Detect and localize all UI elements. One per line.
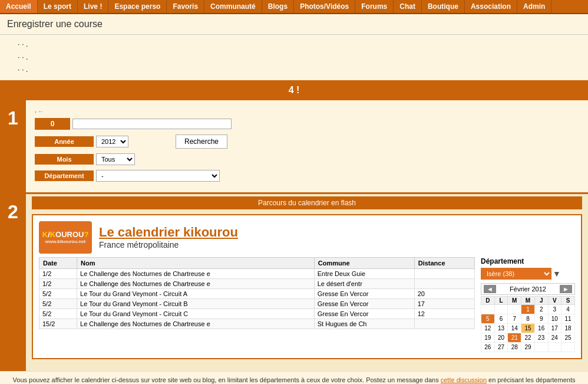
cal-day-cell[interactable]: 5 — [481, 314, 495, 323]
nav-photos-videos[interactable]: Photos/Vidéos — [294, 0, 355, 13]
cal-day-cell[interactable]: 10 — [548, 314, 561, 323]
cal-week-row: 19202122232425 — [481, 333, 575, 342]
step1-section: 1 , .. 0 Année 2012 2011 2013 Recherche … — [0, 100, 588, 192]
cal-day-cell[interactable]: 1 — [521, 304, 535, 314]
dept-dropdown-icon[interactable]: ▼ — [553, 269, 561, 278]
flash-banner: Parcours du calendrier en flash — [32, 196, 582, 209]
cell-commune: Gresse En Vercor — [314, 308, 414, 319]
cal-day-cell[interactable]: 11 — [561, 314, 575, 323]
annee-select[interactable]: 2012 2011 2013 — [96, 136, 128, 147]
cal-day-cell[interactable]: 8 — [521, 314, 535, 323]
breadcrumb-item: · . — [12, 51, 576, 64]
dept-select-main[interactable]: - Isère (38) — [96, 170, 220, 182]
cell-date: 1/2 — [39, 268, 77, 278]
cal-day-cell[interactable]: 6 — [494, 314, 508, 323]
annee-label: Année — [35, 136, 94, 147]
cal-day-cell — [481, 304, 495, 314]
cal-week-row: 12131415161718 — [481, 323, 575, 333]
race-table-body: 1/2Le Challenge des Nocturnes de Chartre… — [39, 268, 475, 329]
col-distance: Distance — [414, 257, 474, 268]
mini-calendar: ◄ Février 2012 ► DLMMJVS 123456789101112… — [481, 283, 575, 352]
cal-day-cell — [548, 342, 561, 352]
search-text-input[interactable] — [72, 119, 232, 129]
cal-day-cell[interactable]: 22 — [521, 333, 535, 342]
footer-link[interactable]: cette discussion — [441, 376, 487, 383]
cal-month-year: Février 2012 — [510, 285, 546, 293]
cal-week-row: 26272829 — [481, 342, 575, 352]
cell-distance: 12 — [414, 308, 474, 319]
cal-day-cell — [561, 342, 575, 352]
cal-day-cell[interactable]: 23 — [534, 333, 548, 342]
cal-day-cell[interactable]: 9 — [534, 314, 548, 323]
nav-admin[interactable]: Admin — [517, 0, 551, 13]
cell-nom: Le Challenge des Nocturnes de Chartreuse… — [77, 268, 315, 278]
cal-day-cell[interactable]: 2 — [534, 304, 548, 314]
cal-day-cell[interactable]: 18 — [561, 323, 575, 333]
cal-day-cell[interactable]: 26 — [481, 342, 495, 352]
cell-distance — [414, 278, 474, 288]
dept-select-row: Isère (38) ▼ — [481, 268, 575, 280]
cal-day-cell[interactable]: 19 — [481, 333, 495, 342]
mois-select[interactable]: Tous Janvier Février Mars — [96, 153, 135, 165]
cell-nom: Le Tour du Grand Veymont - Circuit C — [77, 308, 315, 319]
cell-nom: Le Tour du Grand Veymont - Circuit B — [77, 298, 315, 308]
cal-day-cell[interactable]: 15 — [521, 323, 535, 333]
nav-communaute[interactable]: Communauté — [204, 0, 262, 13]
cal-day-cell[interactable]: 29 — [521, 342, 535, 352]
cal-day-cell — [494, 304, 508, 314]
dept-label: Département — [35, 170, 94, 181]
search-button[interactable]: Recherche — [176, 134, 227, 149]
cal-day-cell[interactable]: 3 — [548, 304, 561, 314]
cal-day-cell[interactable]: 14 — [508, 323, 521, 333]
cell-distance — [414, 319, 474, 329]
table-dept-wrapper: Date Nom Commune Distance 1/2Le Challeng… — [39, 257, 575, 352]
nav-le-sport[interactable]: Le sport — [38, 0, 78, 13]
breadcrumb-item: · . — [12, 64, 576, 77]
race-table-wrapper: Date Nom Commune Distance 1/2Le Challeng… — [39, 257, 475, 352]
cal-day-cell[interactable]: 24 — [548, 333, 561, 342]
cal-day-cell[interactable]: 16 — [534, 323, 548, 333]
kikourou-logo: KiKOUROU? www.kikourou.net — [39, 221, 92, 254]
cal-prev-button[interactable]: ◄ — [484, 285, 496, 293]
nav-blogs[interactable]: Blogs — [262, 0, 294, 13]
cal-day-cell[interactable]: 4 — [561, 304, 575, 314]
dept-widget-select[interactable]: Isère (38) — [481, 268, 551, 280]
cell-date: 1/2 — [39, 278, 77, 288]
nav-live[interactable]: Live ! — [78, 0, 108, 13]
cal-body: 1234567891011121314151617181920212223242… — [481, 304, 575, 352]
cal-day-cell[interactable]: 12 — [481, 323, 495, 333]
nav-chat[interactable]: Chat — [394, 0, 422, 13]
step2-section: 2 Parcours du calendrier en flash KiKOUR… — [0, 194, 588, 371]
kikourou-title-area: Le calendrier kikourou France métropolit… — [99, 225, 575, 250]
cell-nom: Le Challenge des Nocturnes de Chartreuse… — [77, 278, 315, 288]
cal-day-cell[interactable]: 27 — [494, 342, 508, 352]
nav-favoris[interactable]: Favoris — [167, 0, 204, 13]
col-commune: Commune — [314, 257, 414, 268]
cal-day-cell[interactable]: 25 — [561, 333, 575, 342]
step2-indicator: 2 — [0, 194, 26, 371]
kikourou-box: KiKOUROU? www.kikourou.net Le calendrier… — [32, 214, 582, 359]
cal-week-row: 1234 — [481, 304, 575, 314]
calendar-section: Parcours du calendrier en flash KiKOUROU… — [26, 194, 588, 371]
mini-cal-header: ◄ Février 2012 ► — [481, 283, 575, 295]
cell-distance: 20 — [414, 288, 474, 298]
nav-boutique[interactable]: Boutique — [422, 0, 465, 13]
cal-day-header: D — [481, 296, 495, 304]
cal-day-cell[interactable]: 7 — [508, 314, 521, 323]
cal-day-cell[interactable]: 17 — [548, 323, 561, 333]
nav-accueil[interactable]: Accueil — [0, 0, 38, 13]
dept-calendar-widget: Département Isère (38) ▼ ◄ Février 2012 … — [481, 257, 575, 352]
nav-forums[interactable]: Forums — [355, 0, 394, 13]
nav-espace-perso[interactable]: Espace perso — [108, 0, 167, 13]
table-row: 5/2Le Tour du Grand Veymont - Circuit AG… — [39, 288, 475, 298]
cell-commune: St Hugues de Ch — [314, 319, 414, 329]
nav-association[interactable]: Association — [465, 0, 517, 13]
cal-day-cell — [508, 304, 521, 314]
cal-day-cell[interactable]: 28 — [508, 342, 521, 352]
cal-day-cell[interactable]: 13 — [494, 323, 508, 333]
table-row: 1/2Le Challenge des Nocturnes de Chartre… — [39, 278, 475, 288]
cal-day-cell[interactable]: 20 — [494, 333, 508, 342]
kikourou-title: Le calendrier kikourou — [99, 225, 575, 240]
cal-next-button[interactable]: ► — [560, 285, 572, 293]
cal-day-cell[interactable]: 21 — [508, 333, 521, 342]
